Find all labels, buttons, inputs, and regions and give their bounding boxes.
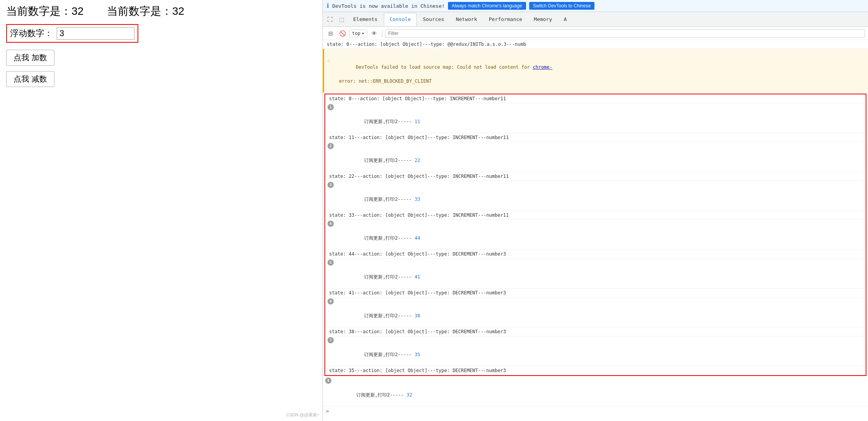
console-subscribe-6: 6 订阅更新,打印2----- 38 [325, 297, 866, 327]
tab-bar: ⛶ ⬚ Elements Console Sources Network Per… [323, 12, 868, 27]
subscribe-num-3: 33 [415, 197, 420, 202]
notification-bar: ℹ DevTools is now available in Chinese! … [323, 0, 868, 12]
counter2-value: 32 [172, 5, 184, 17]
console-line-dec4: state: 35---action: [object Object]---ty… [325, 366, 866, 375]
console-subscribe-4: 4 订阅更新,打印2----- 44 [325, 220, 866, 250]
counter1-value: 32 [71, 5, 84, 17]
console-line: state: 0---action: [object Object]---typ… [323, 40, 868, 49]
tab-sources[interactable]: Sources [417, 13, 450, 26]
left-panel: 当前数字是：32 当前数字是：32 浮动数字： 点我 加数 点我 减数 CSDN… [0, 0, 322, 421]
watermark: CSDN @@索索~ [286, 412, 319, 418]
context-dropdown[interactable]: top ▾ [349, 30, 367, 37]
tab-network[interactable]: Network [450, 13, 483, 26]
sub-btn-row: 点我 减数 [6, 71, 316, 87]
counter1-label: 当前数字是： [6, 5, 71, 17]
counter2: 当前数字是：32 [107, 4, 184, 19]
filter-input[interactable] [385, 29, 865, 38]
console-subscribe-7: 7 订阅更新,打印2----- 35 [325, 336, 866, 366]
tab-performance[interactable]: Performance [483, 13, 528, 26]
switch-devtools-button[interactable]: Switch DevTools to Chinese [529, 2, 595, 10]
console-subscribe-8: 8 订阅更新,打印2----- 32 [323, 377, 868, 407]
subscribe-num-1: 11 [415, 119, 420, 124]
tab-more[interactable]: A [558, 13, 572, 26]
counter-display: 当前数字是：32 当前数字是：32 [6, 4, 316, 19]
chevron-down-icon: ▾ [362, 31, 364, 36]
tab-memory[interactable]: Memory [528, 13, 558, 26]
console-line-dec3: state: 38---action: [object Object]---ty… [325, 327, 866, 336]
toolbar-divider [382, 30, 382, 37]
top-label: top [352, 31, 361, 36]
subscribe-num-8: 32 [407, 392, 412, 398]
subscribe-num-2: 22 [415, 158, 420, 163]
info-icon: ℹ [327, 2, 329, 9]
subscribe-num-4: 44 [415, 235, 420, 241]
error-link[interactable]: chrome- [533, 64, 553, 70]
counter2-label: 当前数字是： [107, 5, 172, 17]
console-subscribe-2: 2 订阅更新,打印2----- 22 [325, 142, 866, 172]
counter1: 当前数字是：32 [6, 4, 84, 19]
devtools-panel: ℹ DevTools is now available in Chinese! … [322, 0, 868, 421]
subscribe-num-5: 41 [415, 274, 420, 280]
badge-3: 3 [328, 182, 334, 188]
badge-7: 7 [328, 337, 334, 343]
cursor-icon-btn[interactable]: ⛶ [324, 14, 335, 25]
console-warn-line: ⚠ DevTools failed to load source map: Co… [323, 49, 868, 93]
badge-2: 2 [328, 143, 334, 149]
console-line-dec1: state: 44---action: [object Object]---ty… [325, 250, 866, 259]
tab-console[interactable]: Console [384, 13, 417, 26]
sub-button[interactable]: 点我 减数 [6, 71, 54, 87]
console-toolbar: ⊟ 🚫 top ▾ 👁 [323, 27, 868, 40]
clear-btn[interactable]: 🚫 [338, 29, 347, 38]
float-label: 浮动数字： [10, 28, 53, 39]
console-line-inc3: state: 22---action: [object Object]---ty… [325, 172, 866, 181]
float-input-container: 浮动数字： [6, 24, 138, 43]
subscribe-num-7: 35 [415, 352, 420, 357]
console-subscribe-3: 3 订阅更新,打印2----- 33 [325, 181, 866, 211]
subscribe-num-6: 38 [415, 313, 420, 318]
add-btn-row: 点我 加数 [6, 50, 316, 66]
badge-6: 6 [328, 298, 334, 304]
float-input[interactable] [57, 27, 134, 40]
lang-match-button[interactable]: Always match Chrome's language [448, 2, 526, 10]
console-line-inc4: state: 33---action: [object Object]---ty… [325, 211, 866, 220]
console-line-inc2: state: 11---action: [object Object]---ty… [325, 133, 866, 142]
console-subscribe-1: 1 订阅更新,打印2----- 11 [325, 103, 866, 133]
sidebar-toggle-btn[interactable]: ⊟ [326, 29, 335, 38]
console-output-wrapper: state: 0---action: [object Object]---typ… [323, 40, 868, 421]
console-subscribe-5: 5 订阅更新,打印2----- 41 [325, 259, 866, 289]
badge-8: 8 [325, 378, 331, 384]
notification-text: DevTools is now available in Chinese! [332, 3, 445, 9]
console-prompt[interactable] [323, 407, 868, 410]
console-line-dec2: state: 41---action: [object Object]---ty… [325, 289, 866, 297]
warning-icon: ⚠ [327, 57, 330, 64]
console-line-inc1: state: 0---action: [object Object]---typ… [325, 94, 866, 103]
badge-1: 1 [328, 104, 334, 110]
console-output: state: 0---action: [object Object]---typ… [323, 40, 868, 421]
add-button[interactable]: 点我 加数 [6, 50, 54, 66]
eye-icon-btn[interactable]: 👁 [370, 29, 379, 38]
badge-5: 5 [328, 259, 334, 266]
tab-elements[interactable]: Elements [348, 13, 383, 26]
devices-icon-btn[interactable]: ⬚ [336, 14, 347, 25]
badge-4: 4 [328, 221, 334, 227]
